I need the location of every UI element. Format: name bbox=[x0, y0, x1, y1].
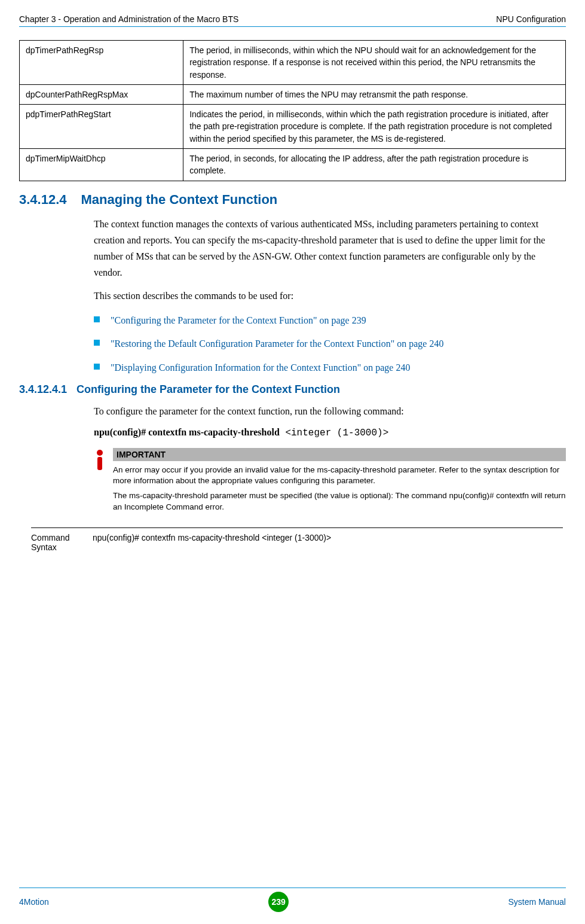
table-row: pdpTimerPathRegStartIndicates the period… bbox=[20, 105, 566, 149]
important-text-2: The ms-capacity-threshold parameter must… bbox=[113, 490, 566, 513]
param-name: dpCounterPathRegRspMax bbox=[20, 84, 183, 104]
list-item[interactable]: "Restoring the Default Configuration Par… bbox=[94, 336, 566, 352]
important-label: IMPORTANT bbox=[113, 448, 566, 461]
param-description: The maximum number of times the NPU may … bbox=[183, 84, 566, 104]
important-icon bbox=[94, 448, 106, 475]
table-row: dpTimerPathRegRspThe period, in millisec… bbox=[20, 41, 566, 85]
subsection-heading: 3.4.12.4.1 Configuring the Parameter for… bbox=[19, 383, 566, 396]
parameter-table: dpTimerPathRegRspThe period, in millisec… bbox=[19, 40, 566, 181]
table-row: dpCounterPathRegRspMaxThe maximum number… bbox=[20, 84, 566, 104]
important-note: IMPORTANT An error may occur if you prov… bbox=[94, 448, 566, 517]
important-text-1: An error may occur if you provide an inv… bbox=[113, 465, 566, 487]
param-name: dpTimerPathRegRsp bbox=[20, 41, 183, 85]
syntax-value: npu(config)# contextfn ms-capacity-thres… bbox=[93, 533, 563, 552]
param-name: pdpTimerPathRegStart bbox=[20, 105, 183, 149]
header-left: Chapter 3 - Operation and Administration… bbox=[19, 14, 238, 24]
section-heading: 3.4.12.4 Managing the Context Function bbox=[19, 192, 566, 208]
table-row: dpTimerMipWaitDhcpThe period, in seconds… bbox=[20, 149, 566, 181]
command-syntax-row: Command Syntax npu(config)# contextfn ms… bbox=[31, 527, 563, 552]
param-description: The period, in milliseconds, within whic… bbox=[183, 41, 566, 85]
section-paragraph-2: This section describes the commands to b… bbox=[94, 288, 566, 304]
subsection-number: 3.4.12.4.1 bbox=[19, 383, 67, 396]
header-right: NPU Configuration bbox=[496, 14, 566, 24]
subsection-title: Configuring the Parameter for the Contex… bbox=[76, 383, 340, 396]
footer-right: System Manual bbox=[509, 897, 566, 907]
param-name: dpTimerMipWaitDhcp bbox=[20, 149, 183, 181]
page-header: Chapter 3 - Operation and Administration… bbox=[19, 14, 566, 27]
syntax-label: Command Syntax bbox=[31, 533, 82, 552]
list-item[interactable]: "Configuring the Parameter for the Conte… bbox=[94, 313, 566, 328]
param-description: Indicates the period, in milliseconds, w… bbox=[183, 105, 566, 149]
list-item[interactable]: "Displaying Configuration Information fo… bbox=[94, 360, 566, 376]
section-title: Managing the Context Function bbox=[81, 192, 278, 208]
section-number: 3.4.12.4 bbox=[19, 192, 67, 208]
page-footer: 4Motion 239 System Manual bbox=[19, 888, 566, 912]
param-description: The period, in seconds, for allocating t… bbox=[183, 149, 566, 181]
command-bold: npu(config)# contextfn ms-capacity-thres… bbox=[94, 427, 280, 437]
command-arg: <integer (1-3000)> bbox=[280, 428, 388, 438]
page-number-badge: 239 bbox=[268, 892, 289, 912]
footer-left: 4Motion bbox=[19, 897, 49, 907]
svg-rect-1 bbox=[97, 457, 102, 470]
bullet-list: "Configuring the Parameter for the Conte… bbox=[94, 313, 566, 376]
command-line: npu(config)# contextfn ms-capacity-thres… bbox=[94, 427, 566, 438]
subsection-paragraph: To configure the parameter for the conte… bbox=[94, 403, 566, 419]
section-paragraph-1: The context function manages the context… bbox=[94, 216, 566, 281]
svg-point-0 bbox=[97, 450, 103, 456]
